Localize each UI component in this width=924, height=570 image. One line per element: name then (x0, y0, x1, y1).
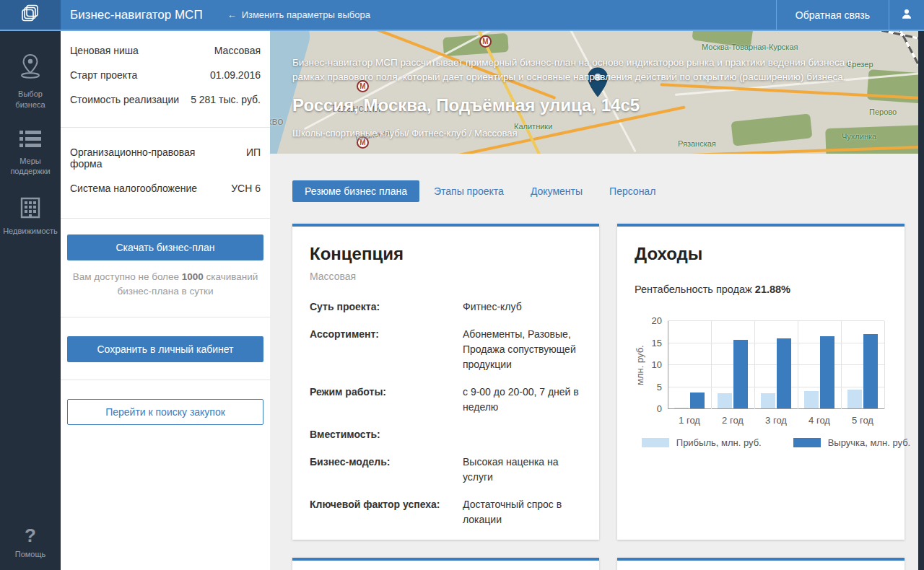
download-limit-note: Вам доступно не более 1000 скачиваний би… (72, 270, 258, 298)
chart-bar-group (668, 393, 711, 408)
chart-bar (674, 408, 689, 408)
sidebar-item-real-estate[interactable]: Недвижимость (0, 197, 61, 237)
tab-business-plan-summary[interactable]: Резюме бизнес плана (292, 180, 419, 202)
user-icon (900, 7, 913, 23)
chart-x-label: 4 год (798, 409, 841, 426)
chart-bar (733, 340, 748, 408)
concept-card: Концепция Массовая Суть проекта: Фитнес-… (292, 224, 599, 540)
concept-row-label: Ключевой фактор успеха: (310, 497, 463, 527)
concept-row-value (463, 427, 582, 442)
concept-card-subtitle: Массовая (310, 271, 582, 282)
chart-bar-group (798, 336, 841, 408)
cards-row-2 (292, 558, 918, 570)
concept-row-label: Режим работы: (310, 385, 463, 415)
chart-y-tick: 15 (652, 338, 662, 348)
profitability-value: 21.88% (755, 284, 790, 295)
chart-x-labels: 1 год2 год3 год4 год5 год (668, 409, 884, 426)
income-card-title: Доходы (635, 244, 887, 264)
concept-row: Ключевой фактор успеха: Достаточный спро… (310, 497, 582, 527)
list-icon (18, 130, 43, 151)
divider (61, 317, 270, 317)
row-value: Массовая (214, 45, 261, 56)
chart-gridline-v (884, 321, 885, 409)
sidebar-item-label: Меры поддержки (5, 156, 56, 177)
map-label: Рязанская (678, 139, 716, 148)
chart-x-label: 5 год (841, 409, 884, 426)
map-label: Чухлинка (842, 132, 876, 141)
concept-card-title: Концепция (310, 244, 582, 264)
help-label: Помощь (15, 550, 46, 558)
save-to-account-button[interactable]: Сохранить в личный кабинет (67, 336, 263, 362)
feedback-link[interactable]: Обратная связь (777, 0, 889, 30)
chart-gridline (668, 320, 884, 321)
chart-x-label: 3 год (754, 409, 798, 426)
question-mark-icon: ? (25, 525, 36, 547)
chart-bar (847, 390, 862, 408)
concept-row-label: Ассортимент: (310, 327, 463, 372)
go-to-procurement-button[interactable]: Перейти к поиску закупок (67, 399, 263, 425)
map-pin-icon (18, 53, 43, 84)
chart-bar (820, 336, 834, 408)
back-arrow-icon: ← (227, 9, 237, 20)
next-card-left (292, 558, 599, 570)
concept-row: Вместимость: (310, 427, 582, 442)
sidebar-item-support-measures[interactable]: Меры поддержки (0, 130, 61, 177)
top-header: Бизнес-навигатор МСП ← Изменить параметр… (0, 0, 924, 31)
chart-bar-group (841, 334, 884, 408)
concept-row-label: Бизнес-модель: (310, 455, 463, 485)
tab-bar: Резюме бизнес плана Этапы проекта Докуме… (292, 180, 918, 202)
chart-y-tick: 20 (652, 315, 662, 326)
next-card-right (617, 558, 905, 570)
legend-swatch (642, 438, 669, 447)
user-account-button[interactable] (889, 0, 924, 30)
divider (61, 218, 270, 219)
concept-row-label: Суть проекта: (310, 299, 463, 315)
tab-personnel[interactable]: Персонал (609, 180, 655, 202)
chart-bar (761, 393, 775, 408)
row-label: Система налогообложение (70, 183, 197, 194)
sidebar-item-business-selection[interactable]: Выбор бизнеса (0, 53, 61, 110)
app-title: Бизнес-навигатор МСП (70, 8, 203, 22)
legend-label: Выручка, млн. руб. (828, 437, 911, 448)
change-parameters-link[interactable]: ← Изменить параметры выбора (227, 9, 370, 20)
location-map[interactable]: М М М Москва-Товарная-Курская Фрезер Пер… (270, 31, 918, 154)
chart-y-tick: 0 (657, 403, 662, 414)
chart-legend-item: Выручка, млн. руб. (793, 437, 911, 448)
scrollbar-track[interactable] (918, 31, 924, 570)
tab-project-stages[interactable]: Этапы проекта (434, 180, 504, 202)
sidebar-item-help[interactable]: ? Помощь (15, 525, 46, 558)
chart-legend: Прибыль, млн. руб.Выручка, млн. руб. (668, 437, 884, 448)
back-link-label: Изменить параметры выбора (242, 9, 370, 20)
metro-icon: М (479, 35, 492, 48)
summary-row-tax-system: Система налогообложение УСН 6 (61, 176, 270, 201)
summary-row-price-niche: Ценовая ниша Массовая (61, 38, 270, 63)
business-plan-description: Бизнес-навигатор МСП рассчитывает пример… (292, 56, 863, 84)
summary-row-implementation-cost: Стоимость реализации 5 281 тыс. руб. (61, 87, 270, 112)
row-value: ИП (246, 146, 261, 170)
concept-row-value: с 9-00 до 20-00, 7 дней в неделю (463, 385, 582, 415)
chart-plot-wrap: 05101520 (648, 312, 884, 409)
note-bold: 1000 (182, 271, 204, 282)
divider (61, 380, 270, 380)
concept-row-label: Вместимость: (310, 427, 463, 442)
chart-bar (690, 393, 705, 408)
map-label: Перово (869, 108, 897, 116)
header-right: Обратная связь (776, 0, 924, 30)
map-label: Москва-Товарная-Курская (702, 43, 798, 51)
summary-row-legal-form: Организационно-правовая форма ИП (61, 138, 270, 176)
row-value: 01.09.2016 (210, 69, 261, 81)
concept-row-value: Фитнес-клуб (463, 299, 582, 315)
tab-documents[interactable]: Документы (531, 180, 583, 202)
concept-row-value: Достаточный спрос в локации (463, 497, 582, 527)
main-content: М М М Москва-Товарная-Курская Фрезер Пер… (270, 31, 918, 570)
download-business-plan-button[interactable]: Скачать бизнес-план (67, 234, 263, 260)
sidebar-item-label: Недвижимость (2, 226, 58, 236)
divider (61, 127, 270, 128)
legend-swatch (793, 438, 821, 447)
row-value: 5 281 тыс. руб. (191, 94, 261, 105)
app-logo[interactable] (0, 0, 61, 30)
summary-row-project-start: Старт проекта 01.09.2016 (61, 63, 270, 87)
profitability-label: Рентабельность продаж (635, 284, 752, 295)
sidebar-item-label: Выбор бизнеса (8, 89, 53, 110)
project-summary-panel: Ценовая ниша Массовая Старт проекта 01.0… (61, 31, 270, 570)
